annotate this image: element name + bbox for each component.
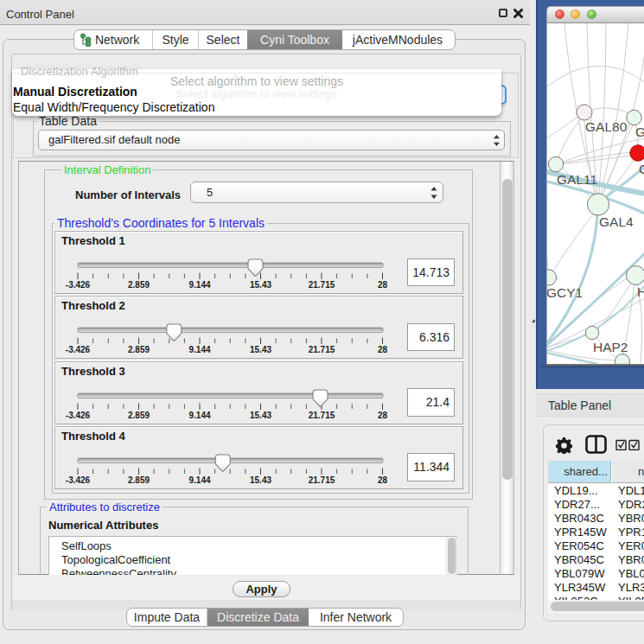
svg-text:2.859: 2.859 <box>128 475 150 485</box>
svg-text:15.43: 15.43 <box>250 280 271 290</box>
svg-text:9.144: 9.144 <box>188 345 210 354</box>
svg-text:15.43: 15.43 <box>250 475 271 485</box>
svg-text:21.715: 21.715 <box>309 280 335 290</box>
svg-text:GCY1: GCY1 <box>547 285 583 300</box>
svg-text:-3.426: -3.426 <box>66 411 91 420</box>
svg-text:28: 28 <box>378 475 388 485</box>
svg-text:21.715: 21.715 <box>309 411 335 420</box>
svg-text:28: 28 <box>378 280 388 290</box>
svg-text:15.43: 15.43 <box>250 345 271 354</box>
svg-text:GAL11: GAL11 <box>557 172 597 187</box>
svg-text:GAL80: GAL80 <box>585 119 628 134</box>
svg-text:GAL4: GAL4 <box>599 214 634 229</box>
svg-text:9.144: 9.144 <box>188 475 210 485</box>
svg-text:15.43: 15.43 <box>250 411 271 420</box>
svg-text:GA: GA <box>635 124 644 139</box>
svg-text:28: 28 <box>378 345 388 354</box>
svg-text:2.859: 2.859 <box>128 280 150 290</box>
svg-text:-3.426: -3.426 <box>66 475 91 485</box>
svg-text:HAP2: HAP2 <box>593 340 628 354</box>
svg-text:28: 28 <box>378 411 388 420</box>
svg-text:9.144: 9.144 <box>188 280 210 290</box>
svg-text:2.859: 2.859 <box>128 345 150 354</box>
svg-text:21.715: 21.715 <box>309 345 335 354</box>
svg-text:H: H <box>637 284 644 299</box>
svg-text:2.859: 2.859 <box>128 411 150 420</box>
svg-text:9.144: 9.144 <box>188 411 210 420</box>
svg-text:21.715: 21.715 <box>309 475 335 485</box>
svg-text:C: C <box>639 162 644 176</box>
svg-text:-3.426: -3.426 <box>66 280 91 290</box>
svg-text:-3.426: -3.426 <box>66 345 91 354</box>
